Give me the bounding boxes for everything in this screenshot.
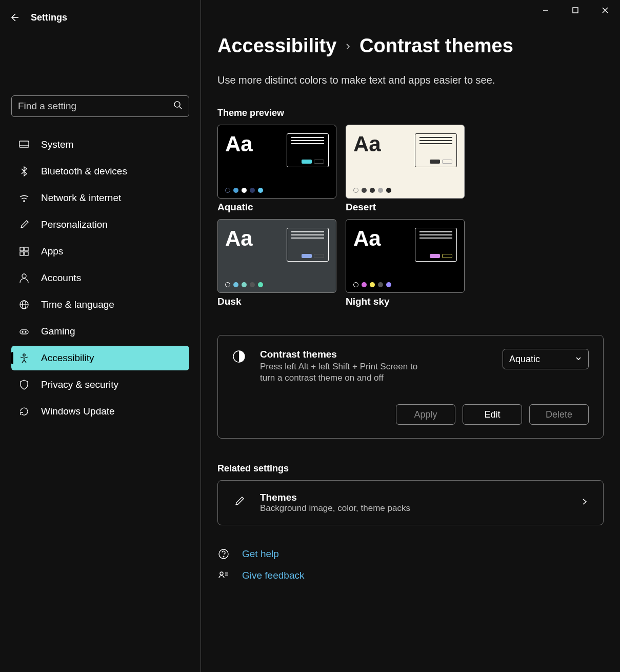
svg-point-21 xyxy=(23,354,25,356)
apply-button[interactable]: Apply xyxy=(396,404,455,425)
svg-point-5 xyxy=(174,102,180,107)
theme-preview-dusk[interactable]: AaDusk xyxy=(217,219,336,307)
svg-point-14 xyxy=(22,274,26,278)
svg-rect-11 xyxy=(25,247,28,251)
svg-point-24 xyxy=(223,556,224,557)
search-input[interactable]: Find a setting xyxy=(11,95,189,117)
svg-point-9 xyxy=(24,201,25,202)
contrast-icon xyxy=(232,350,246,363)
svg-rect-7 xyxy=(19,141,29,147)
theme-label: Desert xyxy=(346,202,465,213)
related-themes-card[interactable]: Themes Background image, color, theme pa… xyxy=(217,480,604,525)
theme-label: Night sky xyxy=(346,296,465,307)
nav-item-label: Network & internet xyxy=(41,192,121,204)
card-description: Press left Alt + left Shift + Print Scre… xyxy=(260,361,424,384)
help-icon xyxy=(217,548,230,560)
minimize-button[interactable] xyxy=(531,0,561,21)
theme-label: Aquatic xyxy=(217,202,336,213)
search-icon xyxy=(173,101,183,112)
nav-item-privacy-security[interactable]: Privacy & security xyxy=(11,372,189,397)
theme-dropdown[interactable]: Aquatic xyxy=(503,349,589,369)
nav-item-network-internet[interactable]: Network & internet xyxy=(11,186,189,210)
nav-item-accessibility[interactable]: Accessibility xyxy=(11,346,189,370)
dropdown-value: Aquatic xyxy=(509,354,540,365)
back-button[interactable] xyxy=(8,11,21,24)
chevron-right-icon xyxy=(581,498,589,508)
theme-preview-grid: AaAquaticAaDesertAaDuskAaNight sky xyxy=(217,125,604,307)
page-subtitle: Use more distinct colors to make text an… xyxy=(217,74,604,86)
maximize-button[interactable] xyxy=(561,0,590,21)
svg-point-20 xyxy=(25,331,26,332)
breadcrumb-parent[interactable]: Accessibility xyxy=(217,35,336,57)
bluetooth-icon xyxy=(18,166,30,177)
breadcrumb: Accessibility › Contrast themes xyxy=(217,35,604,57)
close-button[interactable] xyxy=(590,0,620,21)
search-placeholder: Find a setting xyxy=(18,101,76,112)
nav-item-system[interactable]: System xyxy=(11,132,189,157)
theme-preview-desert[interactable]: AaDesert xyxy=(346,125,465,213)
main-content: Accessibility › Contrast themes Use more… xyxy=(201,0,620,672)
nav-item-label: Personalization xyxy=(41,219,108,230)
get-help-link[interactable]: Get help xyxy=(242,548,279,560)
monitor-icon xyxy=(18,139,30,150)
apps-icon xyxy=(18,246,30,257)
related-description: Background image, color, theme packs xyxy=(260,503,566,513)
svg-rect-12 xyxy=(20,252,24,255)
wifi-icon xyxy=(18,192,30,204)
svg-point-25 xyxy=(220,572,223,575)
sidebar: Settings Find a setting SystemBluetooth … xyxy=(0,0,201,672)
theme-label: Dusk xyxy=(217,296,336,307)
nav-item-time-language[interactable]: Time & language xyxy=(11,292,189,317)
nav-item-apps[interactable]: Apps xyxy=(11,239,189,264)
theme-preview-aquatic[interactable]: AaAquatic xyxy=(217,125,336,213)
card-title: Contrast themes xyxy=(260,349,488,360)
chevron-right-icon: › xyxy=(346,38,350,54)
theme-preview-night-sky[interactable]: AaNight sky xyxy=(346,219,465,307)
update-icon xyxy=(18,406,30,417)
nav-item-gaming[interactable]: Gaming xyxy=(11,319,189,344)
accessibility-icon xyxy=(18,352,30,364)
related-heading: Related settings xyxy=(217,463,604,474)
nav-item-bluetooth-devices[interactable]: Bluetooth & devices xyxy=(11,159,189,184)
svg-rect-18 xyxy=(20,330,28,334)
feedback-icon xyxy=(217,569,230,582)
svg-rect-13 xyxy=(25,252,28,255)
globe-icon xyxy=(18,299,30,310)
nav-item-label: Windows Update xyxy=(41,406,115,417)
svg-line-6 xyxy=(179,107,182,109)
contrast-themes-card: Contrast themes Press left Alt + left Sh… xyxy=(217,335,604,439)
give-feedback-link[interactable]: Give feedback xyxy=(242,570,304,581)
nav-item-accounts[interactable]: Accounts xyxy=(11,266,189,290)
brush-icon xyxy=(18,219,30,230)
svg-rect-10 xyxy=(20,247,24,251)
edit-button[interactable]: Edit xyxy=(463,404,522,425)
nav-item-label: Accessibility xyxy=(41,352,94,364)
nav-item-label: Apps xyxy=(41,246,63,257)
chevron-down-icon xyxy=(575,354,582,365)
nav-item-label: Accounts xyxy=(41,272,81,284)
nav-item-personalization[interactable]: Personalization xyxy=(11,212,189,237)
nav-list: SystemBluetooth & devicesNetwork & inter… xyxy=(0,132,201,424)
delete-button[interactable]: Delete xyxy=(529,404,589,425)
brush-icon xyxy=(232,495,246,510)
svg-point-19 xyxy=(22,331,23,332)
app-title: Settings xyxy=(31,12,67,23)
nav-item-label: Privacy & security xyxy=(41,379,118,390)
nav-item-label: System xyxy=(41,139,73,150)
nav-item-label: Time & language xyxy=(41,299,114,310)
nav-item-label: Gaming xyxy=(41,326,75,337)
related-title: Themes xyxy=(260,492,566,503)
preview-heading: Theme preview xyxy=(217,108,604,118)
person-icon xyxy=(18,272,30,284)
shield-icon xyxy=(18,379,30,390)
svg-rect-1 xyxy=(573,8,578,13)
nav-item-label: Bluetooth & devices xyxy=(41,166,127,177)
gamepad-icon xyxy=(18,326,30,337)
breadcrumb-current: Contrast themes xyxy=(359,35,513,57)
nav-item-windows-update[interactable]: Windows Update xyxy=(11,399,189,424)
